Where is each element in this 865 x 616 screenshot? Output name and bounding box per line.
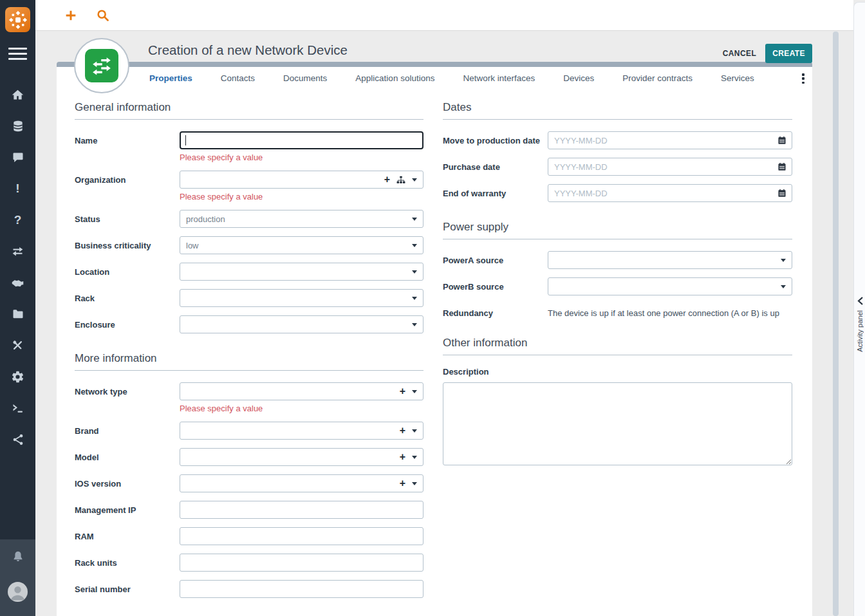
end-of-warranty-input[interactable] (548, 184, 792, 202)
rack-units-input[interactable] (180, 554, 423, 572)
serial-number-input[interactable] (180, 580, 423, 598)
sidebar-item-console[interactable] (0, 393, 35, 424)
description-textarea[interactable] (443, 382, 792, 465)
global-search-button[interactable] (95, 7, 111, 24)
brand-combo[interactable]: + (180, 422, 423, 440)
tools-icon (11, 339, 24, 352)
field-organization: Organization + Please speci (75, 171, 423, 201)
field-ios-version: IOS version + (75, 474, 423, 492)
cancel-button[interactable]: CANCEL (721, 44, 758, 62)
hierarchy-icon[interactable] (396, 176, 405, 184)
rack-select[interactable] (180, 289, 423, 307)
chevron-down-icon (781, 285, 786, 288)
sidebar-item-links[interactable] (0, 424, 35, 456)
sidebar-item-admin-tools[interactable] (0, 330, 35, 362)
share-icon (12, 433, 24, 446)
calendar-icon[interactable] (777, 162, 786, 171)
name-input[interactable] (180, 131, 423, 149)
add-icon[interactable]: + (400, 386, 405, 397)
field-redundancy: Redundancy The device is up if at least … (443, 304, 792, 318)
chevron-down-icon[interactable] (412, 456, 417, 459)
field-name: Name Please specify a value (75, 131, 423, 162)
validation-error: Please specify a value (180, 192, 423, 201)
terminal-icon (11, 402, 24, 415)
vertical-scrollbar[interactable] (833, 32, 839, 616)
section-title: Dates (443, 101, 792, 114)
hamburger-menu-icon[interactable] (8, 48, 27, 63)
notifications-button[interactable] (0, 550, 35, 564)
chevron-down-icon[interactable] (412, 429, 417, 433)
chevron-down-icon[interactable] (412, 482, 417, 485)
tab-devices[interactable]: Devices (563, 73, 594, 83)
add-icon[interactable]: + (400, 452, 405, 462)
field-powera-source: PowerA source (443, 251, 792, 269)
create-button[interactable]: CREATE (765, 44, 812, 63)
chevron-left-icon (857, 296, 864, 306)
sidebar-item-data[interactable] (0, 111, 35, 142)
field-network-type: Network type + Please specify a value (75, 382, 423, 413)
tab-documents[interactable]: Documents (283, 73, 327, 83)
sidebar-item-documents[interactable] (0, 299, 35, 330)
section-title: General information (75, 101, 423, 114)
new-object-button[interactable] (62, 7, 79, 24)
management-ip-input[interactable] (180, 501, 423, 519)
location-select[interactable] (180, 263, 423, 281)
section-title: Other information (443, 337, 792, 350)
chevron-down-icon[interactable] (412, 390, 417, 393)
powerb-source-select[interactable] (548, 277, 792, 295)
enclosure-select[interactable] (180, 315, 423, 333)
chevron-down-icon (412, 218, 417, 221)
calendar-icon[interactable] (777, 136, 786, 145)
sidebar-item-services[interactable] (0, 267, 35, 299)
itop-logo[interactable] (5, 7, 30, 32)
section-other-information: Other information Description (443, 337, 792, 468)
tab-network-interfaces[interactable]: Network interfaces (463, 73, 535, 83)
move-to-production-date-input[interactable] (548, 131, 792, 149)
validation-error: Please specify a value (180, 404, 423, 413)
add-icon[interactable]: + (400, 478, 405, 489)
business-criticality-select[interactable]: low (180, 236, 423, 254)
purchase-date-input[interactable] (548, 158, 792, 176)
exclamation-icon: ! (15, 182, 19, 196)
sidebar-item-help[interactable]: ? (0, 205, 35, 236)
organization-combo[interactable]: + (180, 171, 423, 189)
activity-panel-toggle[interactable]: Activity panel (853, 2, 865, 616)
section-general-information: General information Name Please specify … (75, 101, 423, 333)
tab-contacts[interactable]: Contacts (221, 73, 255, 83)
redundancy-value: The device is up if at least one power c… (548, 304, 792, 318)
sidebar: ! ? (0, 0, 35, 616)
add-icon[interactable]: + (384, 174, 390, 185)
chevron-down-icon (781, 259, 786, 262)
sidebar-item-alerts[interactable]: ! (0, 173, 35, 205)
tab-application-solutions[interactable]: Application solutions (355, 73, 434, 83)
header-actions: CANCEL CREATE (734, 44, 812, 63)
field-rack: Rack (75, 289, 423, 307)
sidebar-item-configuration[interactable] (0, 361, 35, 393)
calendar-icon[interactable] (777, 189, 786, 198)
sidebar-item-transfers[interactable] (0, 236, 35, 267)
tab-provider-contracts[interactable]: Provider contracts (622, 73, 693, 83)
section-power-supply: Power supply PowerA source PowerB source (443, 221, 792, 318)
ios-version-combo[interactable]: + (180, 474, 423, 492)
add-icon[interactable]: + (400, 425, 405, 436)
kebab-menu-icon[interactable] (798, 73, 808, 84)
form-column-left: General information Name Please specify … (75, 89, 423, 606)
field-enclosure: Enclosure (75, 315, 423, 333)
top-toolbar (35, 0, 853, 31)
model-combo[interactable]: + (180, 448, 423, 466)
user-avatar[interactable] (8, 582, 28, 602)
chevron-down-icon[interactable] (412, 178, 417, 182)
tab-services[interactable]: Services (721, 73, 754, 83)
sidebar-item-home[interactable] (0, 79, 35, 111)
itop-logo-icon (8, 10, 28, 30)
field-end-of-warranty: End of warranty (443, 184, 792, 202)
status-select[interactable]: production (180, 210, 423, 228)
sidebar-item-messages[interactable] (0, 142, 35, 173)
network-type-combo[interactable]: + (180, 382, 423, 400)
tab-properties[interactable]: Properties (149, 73, 192, 83)
ram-input[interactable] (180, 527, 423, 545)
field-purchase-date: Purchase date (443, 158, 792, 176)
powera-source-select[interactable] (548, 251, 792, 269)
database-icon (12, 120, 24, 133)
chevron-down-icon (412, 270, 417, 274)
